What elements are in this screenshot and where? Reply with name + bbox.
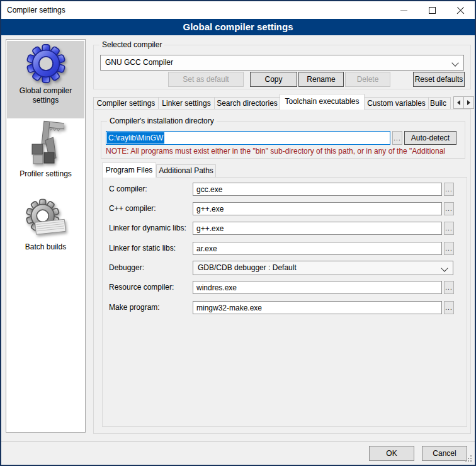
cpp-compiler-input[interactable] — [193, 202, 442, 215]
debugger-dropdown[interactable]: GDB/CDB debugger : Default — [193, 261, 453, 275]
maximize-icon — [429, 7, 436, 14]
chevron-down-icon — [441, 264, 448, 271]
resource-compiler-browse-button[interactable]: ... — [444, 281, 454, 294]
make-program-input[interactable] — [193, 301, 442, 314]
settings-category-list: Global compiler settings Profiler settin… — [6, 39, 86, 433]
blue-gear-icon — [26, 43, 66, 84]
dynamic-linker-label: Linker for dynamic libs: — [109, 222, 186, 235]
subtab-additional-paths[interactable]: Additional Paths — [156, 164, 216, 178]
tab-build-options-truncated[interactable]: Builc — [428, 97, 451, 110]
sidebar-item-profiler-settings[interactable]: Profiler settings — [7, 120, 84, 183]
installation-directory-group-label: Compiler's installation directory — [107, 116, 217, 125]
arrow-right-icon — [467, 100, 470, 105]
window-title: Compiler settings — [1, 6, 65, 14]
resource-compiler-input[interactable] — [193, 281, 442, 294]
static-linker-browse-button[interactable]: ... — [444, 242, 454, 255]
rename-button[interactable]: Rename — [298, 72, 344, 87]
debugger-value: GDB/CDB debugger : Default — [198, 263, 297, 272]
resize-grip[interactable] — [465, 455, 473, 463]
page-title: Global compiler settings — [1, 19, 475, 35]
install-dir-selected-text: C:\raylib\MinGW — [107, 132, 164, 144]
static-linker-input[interactable] — [193, 242, 442, 255]
c-compiler-browse-button[interactable]: ... — [444, 183, 454, 196]
cancel-button[interactable]: Cancel — [422, 446, 467, 461]
selected-compiler-group-label: Selected compiler — [99, 40, 164, 49]
maximize-button[interactable] — [418, 1, 446, 19]
dynamic-linker-browse-button[interactable]: ... — [444, 222, 454, 235]
c-compiler-input[interactable] — [193, 183, 442, 196]
selected-compiler-value: GNU GCC Compiler — [105, 58, 173, 67]
compiler-settings-dialog: Compiler settings Global compiler settin… — [0, 0, 476, 466]
close-icon — [456, 6, 465, 14]
sidebar-item-label: Batch builds — [25, 242, 66, 252]
cpp-compiler-label: C++ compiler: — [109, 202, 156, 215]
delete-button[interactable]: Delete — [345, 72, 390, 87]
tab-linker-settings[interactable]: Linker settings — [158, 97, 215, 110]
sidebar-item-label: Profiler settings — [20, 169, 72, 179]
minimize-button[interactable] — [390, 1, 418, 19]
gear-paper-stack-icon — [25, 198, 67, 240]
make-program-browse-button[interactable]: ... — [444, 301, 454, 314]
subtab-program-files[interactable]: Program Files — [102, 162, 156, 178]
compiler-tabs: Compiler settings Linker settings Search… — [93, 95, 450, 110]
tab-toolchain-executables[interactable]: Toolchain executables — [280, 94, 365, 110]
footer-divider — [1, 441, 475, 441]
install-dir-browse-button[interactable]: ... — [392, 131, 402, 145]
auto-detect-button[interactable]: Auto-detect — [404, 131, 456, 145]
caliper-icon — [28, 120, 64, 167]
bin-subdirectory-note: NOTE: All programs must exist either in … — [106, 147, 462, 156]
sidebar-item-global-compiler-settings[interactable]: Global compiler settings — [7, 41, 84, 118]
tab-scroll-left-button[interactable] — [453, 96, 464, 109]
tab-custom-variables[interactable]: Custom variables — [364, 97, 429, 110]
sidebar-item-batch-builds[interactable]: Batch builds — [7, 198, 84, 264]
copy-button[interactable]: Copy — [250, 72, 297, 87]
install-dir-input[interactable]: C:\raylib\MinGW — [106, 131, 390, 145]
close-button[interactable] — [446, 1, 475, 19]
make-program-label: Make program: — [109, 301, 160, 314]
c-compiler-label: C compiler: — [109, 183, 147, 196]
tab-compiler-settings[interactable]: Compiler settings — [93, 97, 159, 110]
cpp-compiler-browse-button[interactable]: ... — [444, 202, 454, 215]
arrow-left-icon — [457, 100, 460, 105]
minimize-icon — [400, 10, 407, 11]
sidebar-item-label: Global compiler settings — [7, 86, 84, 105]
reset-defaults-button[interactable]: Reset defaults — [413, 72, 465, 87]
static-linker-label: Linker for static libs: — [109, 242, 176, 255]
tab-scroll-right-button[interactable] — [463, 96, 474, 109]
selected-compiler-dropdown[interactable]: GNU GCC Compiler — [100, 55, 464, 71]
tab-search-directories[interactable]: Search directories — [214, 97, 280, 110]
debugger-label: Debugger: — [109, 261, 144, 275]
resource-compiler-label: Resource compiler: — [109, 281, 174, 294]
ok-button[interactable]: OK — [369, 446, 414, 461]
set-as-default-button[interactable]: Set as default — [168, 72, 244, 87]
chevron-down-icon — [451, 59, 458, 66]
dynamic-linker-input[interactable] — [193, 222, 442, 235]
